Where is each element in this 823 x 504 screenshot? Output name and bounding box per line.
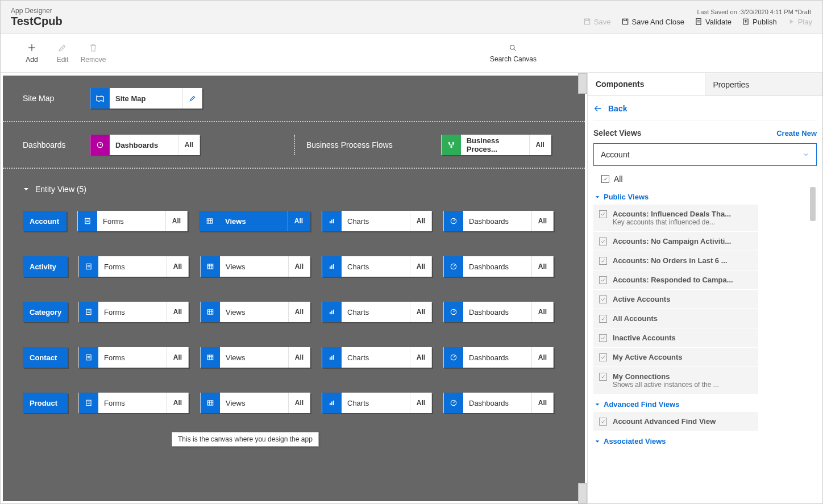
all-button[interactable]: All bbox=[288, 302, 310, 322]
entity-charts-tile[interactable]: ChartsAll bbox=[322, 211, 432, 231]
bpf-tile[interactable]: Business Proces... All bbox=[441, 135, 551, 155]
all-button[interactable]: All bbox=[167, 302, 188, 322]
sitemap-tile[interactable]: Site Map bbox=[90, 88, 202, 109]
all-button[interactable]: All bbox=[531, 302, 553, 322]
entity-label[interactable]: Activity bbox=[23, 256, 68, 277]
svg-rect-25 bbox=[331, 311, 332, 314]
svg-rect-24 bbox=[330, 312, 331, 314]
tab-properties[interactable]: Properties bbox=[705, 73, 823, 95]
entity-views-tile[interactable]: ViewsAll bbox=[199, 211, 310, 231]
all-button[interactable]: All bbox=[410, 347, 431, 368]
view-list-item[interactable]: Accounts: No Orders in Last 6 ... bbox=[593, 251, 758, 270]
view-list-item[interactable]: My ConnectionsShows all active instances… bbox=[593, 367, 758, 394]
entity-dashboards-tile[interactable]: DashboardsAll bbox=[443, 256, 554, 277]
entity-forms-tile[interactable]: FormsAll bbox=[78, 302, 189, 322]
plus-icon bbox=[27, 43, 37, 53]
canvas-scrollbar-up[interactable] bbox=[578, 73, 587, 94]
associated-views-group[interactable]: Associated Views bbox=[593, 431, 817, 449]
svg-rect-2 bbox=[622, 19, 627, 24]
save-button[interactable]: Save bbox=[583, 18, 611, 26]
checkbox-icon bbox=[599, 257, 607, 265]
entity-charts-tile[interactable]: ChartsAll bbox=[322, 302, 432, 322]
entity-views-tile[interactable]: ViewsAll bbox=[200, 347, 310, 368]
view-list-item[interactable]: Inactive Accounts bbox=[593, 328, 758, 348]
bpf-all[interactable]: All bbox=[529, 135, 551, 155]
svg-point-9 bbox=[451, 146, 452, 147]
validate-button[interactable]: Validate bbox=[695, 18, 731, 26]
entity-charts-tile[interactable]: ChartsAll bbox=[322, 393, 432, 413]
entity-dashboards-tile[interactable]: DashboardsAll bbox=[443, 302, 554, 322]
canvas-scrollbar-down[interactable] bbox=[578, 483, 587, 503]
app-title: TestCpub bbox=[11, 15, 63, 27]
dashboards-icon bbox=[444, 347, 463, 368]
entity-forms-tile[interactable]: FormsAll bbox=[77, 211, 188, 231]
all-button[interactable]: All bbox=[288, 211, 309, 231]
checkbox-icon bbox=[599, 373, 607, 381]
entity-label[interactable]: Category bbox=[23, 302, 68, 322]
view-list-item[interactable]: Accounts: No Campaign Activiti... bbox=[593, 232, 758, 251]
entity-label[interactable]: Product bbox=[23, 393, 68, 413]
view-list-item[interactable]: Active Accounts bbox=[593, 290, 758, 309]
all-button[interactable]: All bbox=[531, 393, 553, 413]
all-button[interactable]: All bbox=[167, 256, 188, 277]
entity-dashboards-tile[interactable]: DashboardsAll bbox=[443, 347, 554, 368]
entity-select[interactable]: Account bbox=[593, 143, 817, 166]
public-views-group[interactable]: Public Views bbox=[593, 187, 817, 205]
view-list-item[interactable]: Accounts: Influenced Deals Tha...Key acc… bbox=[593, 205, 758, 232]
panel-scrollbar[interactable] bbox=[809, 187, 817, 449]
advanced-find-views-group[interactable]: Advanced Find Views bbox=[593, 394, 817, 412]
app-subtitle: App Designer bbox=[11, 7, 63, 15]
edit-button[interactable]: Edit bbox=[47, 43, 78, 64]
all-button[interactable]: All bbox=[531, 256, 553, 277]
entity-dashboards-tile[interactable]: DashboardsAll bbox=[443, 393, 554, 413]
tab-components[interactable]: Components bbox=[588, 73, 705, 95]
entity-view-header[interactable]: Entity View (5) bbox=[23, 185, 565, 194]
entity-forms-tile[interactable]: FormsAll bbox=[78, 393, 189, 413]
entity-dashboards-tile[interactable]: DashboardsAll bbox=[443, 211, 554, 231]
publish-button[interactable]: Publish bbox=[742, 18, 777, 26]
bpf-label: Business Process Flows bbox=[306, 140, 393, 149]
add-button[interactable]: Add bbox=[16, 43, 47, 64]
svg-rect-19 bbox=[331, 265, 332, 269]
pencil-icon bbox=[189, 94, 197, 102]
all-button[interactable]: All bbox=[288, 393, 310, 413]
entity-views-tile[interactable]: ViewsAll bbox=[200, 393, 310, 413]
dashboards-tile[interactable]: Dashboards All bbox=[90, 135, 200, 155]
entity-views-tile[interactable]: ViewsAll bbox=[200, 302, 310, 322]
all-button[interactable]: All bbox=[167, 347, 188, 368]
entity-forms-tile[interactable]: FormsAll bbox=[78, 347, 189, 368]
all-button[interactable]: All bbox=[288, 347, 310, 368]
entity-views-tile[interactable]: ViewsAll bbox=[200, 256, 310, 277]
sitemap-edit-button[interactable] bbox=[182, 88, 202, 109]
all-button[interactable]: All bbox=[165, 211, 187, 231]
all-button[interactable]: All bbox=[410, 393, 431, 413]
all-button[interactable]: All bbox=[288, 256, 310, 277]
search-canvas-button[interactable]: Search Canvas bbox=[490, 44, 537, 63]
save-and-close-button[interactable]: Save And Close bbox=[621, 18, 685, 26]
view-list-item[interactable]: All Accounts bbox=[593, 309, 758, 328]
create-new-link[interactable]: Create New bbox=[776, 129, 817, 138]
all-button[interactable]: All bbox=[531, 211, 553, 231]
all-checkbox-row[interactable]: All bbox=[593, 172, 817, 187]
all-button[interactable]: All bbox=[410, 211, 431, 231]
all-button[interactable]: All bbox=[531, 347, 553, 368]
view-list-item[interactable]: My Active Accounts bbox=[593, 348, 758, 367]
play-icon bbox=[787, 18, 795, 26]
remove-button[interactable]: Remove bbox=[78, 43, 109, 64]
view-list-item[interactable]: Account Advanced Find View bbox=[593, 412, 758, 431]
svg-rect-32 bbox=[333, 355, 334, 360]
entity-label[interactable]: Account bbox=[23, 211, 66, 231]
all-button[interactable]: All bbox=[410, 256, 431, 277]
forms-icon bbox=[78, 211, 97, 231]
checkbox-icon bbox=[599, 210, 607, 218]
back-button[interactable]: Back bbox=[593, 102, 817, 120]
entity-label[interactable]: Contact bbox=[23, 347, 68, 368]
view-list-item[interactable]: Accounts: Responded to Campa... bbox=[593, 270, 758, 290]
entity-charts-tile[interactable]: ChartsAll bbox=[322, 347, 432, 368]
all-button[interactable]: All bbox=[410, 302, 431, 322]
all-button[interactable]: All bbox=[167, 393, 188, 413]
play-button[interactable]: Play bbox=[787, 18, 812, 26]
dashboards-all[interactable]: All bbox=[178, 135, 199, 155]
entity-charts-tile[interactable]: ChartsAll bbox=[322, 256, 432, 277]
entity-forms-tile[interactable]: FormsAll bbox=[78, 256, 189, 277]
